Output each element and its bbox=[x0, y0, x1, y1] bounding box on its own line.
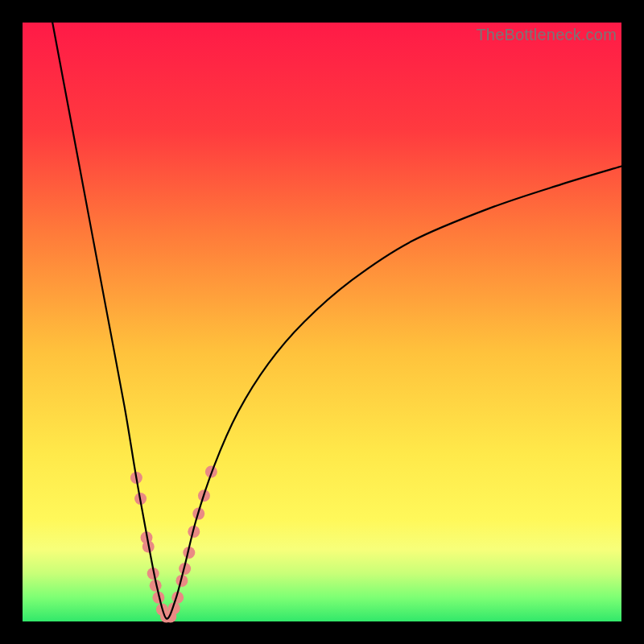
watermark-text: TheBottleneck.com bbox=[476, 26, 617, 44]
plot-area: TheBottleneck.com bbox=[23, 23, 621, 621]
curve-layer bbox=[23, 23, 621, 621]
marker-group bbox=[130, 466, 217, 623]
plot-frame: TheBottleneck.com bbox=[23, 23, 621, 621]
bottleneck-curve bbox=[52, 23, 621, 619]
